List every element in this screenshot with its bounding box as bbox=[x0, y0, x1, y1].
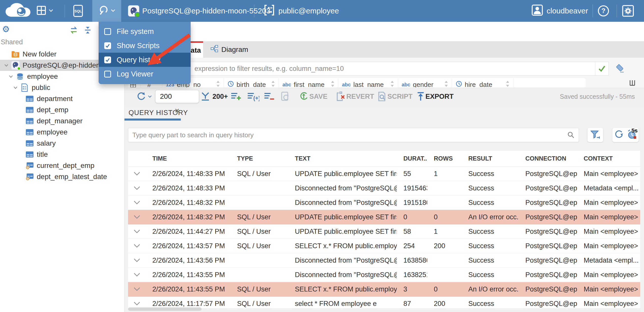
sort-icon[interactable] bbox=[271, 80, 276, 88]
row-expand-chevron-icon[interactable] bbox=[128, 200, 146, 205]
tree-item-dept-emp[interactable]: dept_emp bbox=[0, 104, 124, 115]
grid-column-header-first_name[interactable]: abcfirst_name bbox=[279, 78, 338, 87]
connection-selector[interactable]: PostgreSQL@ep-hidden-moon-55203 bbox=[128, 0, 271, 22]
history-row[interactable]: 2/26/2024, 11:43:57 PMSQL / UserSELECT x… bbox=[128, 239, 640, 253]
history-row[interactable]: 2/26/2024, 11:43:55 PMSQL / UserSELECT x… bbox=[128, 282, 640, 297]
checkbox-unchecked-icon[interactable] bbox=[104, 28, 111, 35]
refresh-icon[interactable] bbox=[614, 129, 624, 141]
grid-column-header-hire_date[interactable]: hire_date bbox=[452, 78, 513, 87]
fetch-page-icon[interactable] bbox=[201, 87, 210, 106]
duplicate-row-icon[interactable]: (+) bbox=[247, 87, 259, 106]
row-expand-chevron-icon[interactable] bbox=[128, 171, 146, 176]
menu-item-file-system[interactable]: File system bbox=[99, 24, 191, 38]
row-expand-chevron-icon[interactable] bbox=[128, 244, 146, 248]
new-object-button[interactable] bbox=[36, 0, 53, 22]
row-limit-input[interactable] bbox=[155, 90, 199, 103]
sort-icon[interactable] bbox=[444, 80, 449, 88]
save-button[interactable]: SAVE bbox=[309, 87, 328, 106]
export-button[interactable]: EXPORT bbox=[425, 87, 454, 106]
add-row-icon[interactable] bbox=[231, 87, 242, 106]
schema-selector[interactable]: public@employee bbox=[264, 0, 339, 22]
tab-diagram[interactable]: Diagram bbox=[211, 41, 248, 58]
history-row[interactable]: 2/26/2024, 11:44:27 PMSQL / UserUPDATE p… bbox=[128, 224, 640, 239]
history-column-header[interactable]: TEXT bbox=[288, 155, 397, 162]
fetch-size-label[interactable]: 200+ bbox=[212, 87, 228, 106]
history-row[interactable]: 2/26/2024, 11:48:32 PMDisconnected from … bbox=[128, 196, 640, 210]
row-expand-chevron-icon[interactable] bbox=[128, 287, 146, 291]
history-cell-time: 2/26/2024, 11:48:32 PM bbox=[146, 213, 230, 221]
checkbox-checked-icon[interactable] bbox=[104, 56, 111, 63]
history-search-input[interactable] bbox=[128, 131, 567, 139]
history-cell-text: Disconnected from "PostgreSQL@e... bbox=[288, 271, 397, 279]
checkbox-unchecked-icon[interactable] bbox=[104, 71, 111, 77]
history-column-header[interactable]: TYPE bbox=[230, 155, 288, 162]
refresh-button[interactable] bbox=[136, 87, 152, 106]
apply-filter-button[interactable] bbox=[595, 62, 609, 75]
delete-row-icon[interactable] bbox=[264, 87, 275, 106]
sort-icon[interactable] bbox=[505, 80, 510, 88]
grid-columns-icon[interactable] bbox=[629, 80, 636, 88]
tree-expand-chevron-icon[interactable] bbox=[2, 63, 11, 68]
history-column-header[interactable]: DURAT... bbox=[397, 155, 427, 162]
tree-item-dept-manager[interactable]: dept_manager bbox=[0, 115, 124, 127]
tree-item-title[interactable]: title bbox=[0, 149, 124, 160]
sort-icon[interactable] bbox=[330, 80, 335, 88]
filter-expression-input[interactable] bbox=[128, 62, 595, 75]
row-expand-chevron-icon[interactable] bbox=[128, 301, 146, 306]
user-menu[interactable]: cloudbeaver bbox=[531, 0, 588, 22]
grid-column-header-last_name[interactable]: abclast_name bbox=[338, 78, 398, 87]
sort-icon[interactable] bbox=[216, 80, 221, 88]
tools-menu-button[interactable] bbox=[92, 0, 121, 22]
tree-item-label: dept_manager bbox=[37, 117, 83, 125]
tree-item-salary[interactable]: salary bbox=[0, 138, 124, 149]
help-button[interactable]: ? bbox=[597, 0, 610, 22]
sync-connection-icon[interactable] bbox=[69, 26, 78, 35]
revert-button[interactable]: REVERT bbox=[346, 87, 374, 106]
history-search-row: 5s bbox=[128, 128, 640, 143]
history-row[interactable]: 2/26/2024, 11:48:33 PMDisconnected from … bbox=[128, 181, 640, 196]
sidebar-settings-icon[interactable]: ⚙ bbox=[2, 25, 10, 33]
tree-item-dept-emp-latest-date[interactable]: dept_emp_latest_date bbox=[0, 171, 124, 182]
history-search-box bbox=[128, 128, 579, 142]
history-column-header[interactable]: RESULT bbox=[462, 155, 519, 162]
history-row[interactable]: 2/26/2024, 11:43:55 PMDisconnected from … bbox=[128, 268, 640, 282]
grid-column-header-birth_date[interactable]: birth_date bbox=[224, 78, 279, 87]
history-row[interactable]: 2/26/2024, 11:48:32 PMSQL / UserUPDATE p… bbox=[128, 210, 640, 224]
history-row[interactable]: 2/26/2024, 11:48:33 PMSQL / UserUPDATE p… bbox=[128, 167, 640, 181]
history-cell-type: SQL / User bbox=[230, 242, 288, 250]
row-expand-chevron-icon[interactable] bbox=[128, 186, 146, 190]
history-row[interactable]: 2/26/2024, 11:17:57 PMSQL / Userselect *… bbox=[128, 297, 640, 311]
collapse-all-icon[interactable] bbox=[84, 26, 92, 35]
history-cell-text: SELECT x.* FROM public.employee x bbox=[288, 242, 397, 250]
sql-editor-button[interactable]: SQL bbox=[73, 0, 83, 22]
cloudbeaver-logo-icon bbox=[5, 0, 35, 22]
sort-icon[interactable] bbox=[390, 80, 395, 88]
script-button[interactable]: SCRIPT bbox=[387, 87, 413, 106]
history-filter-button[interactable] bbox=[587, 128, 603, 142]
row-expand-chevron-icon[interactable] bbox=[128, 229, 146, 234]
tree-item-employee[interactable]: employee bbox=[0, 127, 124, 138]
history-refresh-group[interactable]: 5s bbox=[612, 128, 639, 142]
history-column-header[interactable]: CONTEXT bbox=[577, 155, 640, 162]
history-column-header[interactable]: TIME bbox=[146, 155, 230, 162]
history-column-header[interactable]: CONNECTION bbox=[519, 155, 577, 162]
tree-expand-chevron-icon[interactable] bbox=[7, 74, 15, 79]
row-expand-chevron-icon[interactable] bbox=[128, 272, 146, 277]
menu-item-log-viewer[interactable]: Log Viewer bbox=[99, 67, 191, 81]
clear-filter-button[interactable] bbox=[614, 63, 625, 75]
menu-item-query-history[interactable]: Query history bbox=[99, 53, 191, 67]
row-expand-chevron-icon[interactable] bbox=[128, 258, 146, 263]
row-expand-chevron-icon[interactable] bbox=[128, 215, 146, 219]
grid-column-header-gender[interactable]: abcgender bbox=[398, 78, 452, 87]
settings-button[interactable] bbox=[622, 0, 634, 22]
close-panel-icon[interactable]: × bbox=[175, 106, 180, 114]
history-column-header[interactable]: ROWS bbox=[427, 155, 462, 162]
tree-expand-chevron-icon[interactable] bbox=[11, 85, 20, 90]
checkbox-checked-icon[interactable] bbox=[104, 42, 111, 49]
menu-item-show-scripts[interactable]: Show Scripts bbox=[99, 38, 191, 53]
tree-item-current-dept-emp[interactable]: current_dept_emp bbox=[0, 160, 124, 171]
horizontal-scrollbar[interactable] bbox=[128, 307, 202, 311]
history-row[interactable]: 2/26/2024, 11:43:56 PMDisconnected from … bbox=[128, 253, 640, 268]
tree-item-department[interactable]: department bbox=[0, 93, 124, 104]
topbar-divider bbox=[593, 5, 593, 17]
